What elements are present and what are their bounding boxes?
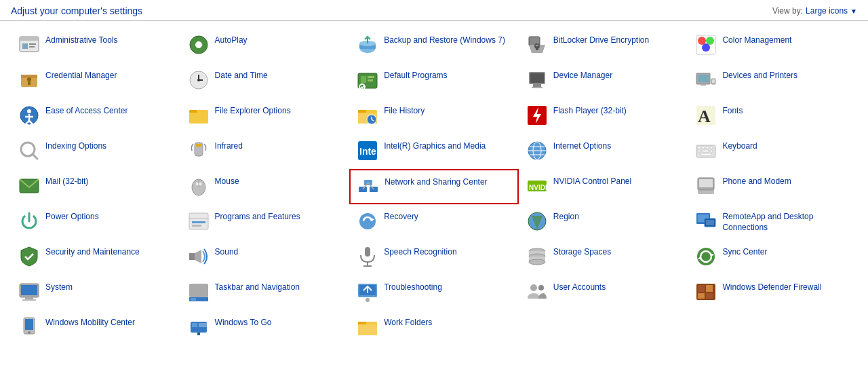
control-panel-item-device-manager[interactable]: Device Manager <box>519 63 688 98</box>
chevron-down-icon[interactable]: ▼ <box>850 7 857 15</box>
remoteapp-icon <box>695 210 717 232</box>
item-label-file-history: File History <box>384 105 425 117</box>
control-panel-item-date-time[interactable]: Date and Time <box>180 63 350 98</box>
control-panel-item-power-options[interactable]: Power Options <box>11 204 180 240</box>
item-label-indexing-options: Indexing Options <box>45 140 106 152</box>
control-panel-item-bitlocker[interactable]: BitLocker Drive Encryption <box>519 28 688 63</box>
devicemanager-icon <box>526 69 548 91</box>
control-panel-item-file-explorer-options[interactable]: File Explorer Options <box>180 98 350 134</box>
svg-rect-48 <box>189 110 197 113</box>
control-panel-item-ease-of-access[interactable]: Ease of Access Center <box>11 98 180 134</box>
svg-rect-75 <box>710 147 713 149</box>
control-panel-item-intel-graphics[interactable]: IntelIntel(R) Graphics and Media <box>349 134 519 169</box>
view-by-value[interactable]: Large icons <box>806 6 848 16</box>
control-panel-item-file-history[interactable]: File History <box>349 98 519 134</box>
control-panel-item-mail[interactable]: Mail (32-bit) <box>11 169 180 204</box>
svg-marker-110 <box>195 250 201 263</box>
control-panel-item-storage-spaces[interactable]: Storage Spaces <box>519 240 688 275</box>
control-panel-item-user-accounts[interactable]: User Accounts <box>519 275 688 310</box>
speech-icon <box>357 246 378 267</box>
page-title: Adjust your computer's settings <box>11 5 142 16</box>
control-panel-item-administrative-tools[interactable]: Administrative Tools <box>11 28 180 63</box>
programs-icon <box>188 210 210 232</box>
item-label-flash-player: Flash Player (32-bit) <box>553 105 627 117</box>
filehistory-icon <box>357 105 378 126</box>
control-panel-item-keyboard[interactable]: Keyboard <box>688 134 857 169</box>
svg-rect-137 <box>706 285 713 292</box>
control-panel-item-security-maintenance[interactable]: Security and Maintenance <box>11 240 180 275</box>
control-panel-item-windows-defender[interactable]: Windows Defender Firewall <box>688 275 857 310</box>
control-panel-item-sound[interactable]: Sound <box>180 240 350 275</box>
control-panel-item-internet-options[interactable]: Internet Options <box>519 134 688 169</box>
svg-rect-49 <box>189 113 208 124</box>
control-panel-item-devices-printers[interactable]: Devices and Printers <box>688 63 857 98</box>
control-panel-item-phone-modem[interactable]: Phone and Modem <box>688 169 857 204</box>
svg-rect-138 <box>698 293 705 299</box>
item-label-programs-features: Programs and Features <box>215 210 300 223</box>
svg-point-101 <box>359 213 376 229</box>
control-panel-item-taskbar-navigation[interactable]: Taskbar and Navigation <box>180 275 350 310</box>
control-panel-item-troubleshooting[interactable]: Troubleshooting <box>349 275 519 310</box>
nvidia-icon: NVIDIA <box>526 175 548 197</box>
svg-rect-63 <box>196 144 201 147</box>
workfolders-icon <box>357 316 378 338</box>
control-panel-item-default-programs[interactable]: Default Programs <box>349 63 519 98</box>
item-label-sync-center: Sync Center <box>722 246 767 258</box>
control-panel-item-indexing-options[interactable]: Indexing Options <box>11 134 180 169</box>
svg-rect-123 <box>21 285 37 295</box>
svg-rect-95 <box>698 190 714 194</box>
control-panel-item-system[interactable]: System <box>11 275 180 310</box>
control-panel-item-backup-restore[interactable]: Backup and Restore (Windows 7) <box>349 28 519 63</box>
control-panel-item-color-management[interactable]: Color Management <box>688 28 857 63</box>
control-panel-item-mouse[interactable]: Mouse <box>180 169 350 204</box>
item-label-network-sharing: Network and Sharing Center <box>384 176 487 188</box>
fonts-icon: A <box>695 105 717 126</box>
item-label-system: System <box>45 281 73 293</box>
svg-rect-94 <box>699 179 713 187</box>
troubleshoot-icon <box>357 281 378 303</box>
control-panel-item-region[interactable]: Region <box>519 204 688 240</box>
control-panel-item-remoteapp[interactable]: RemoteApp and Desktop Connections <box>688 204 857 240</box>
control-panel-item-flash-player[interactable]: Flash Player (32-bit) <box>519 98 688 134</box>
svg-rect-74 <box>706 147 709 149</box>
control-panel-item-windows-to-go[interactable]: Windows To Go <box>180 310 350 345</box>
item-label-mouse: Mouse <box>215 175 239 187</box>
power-icon <box>18 210 40 232</box>
control-panel-item-autoplay[interactable]: AutoPlay <box>180 28 350 63</box>
control-panel-item-speech-recognition[interactable]: Speech Recognition <box>349 240 519 275</box>
svg-point-142 <box>28 331 31 334</box>
sound-icon <box>188 246 210 267</box>
bitlocker-icon <box>526 34 548 56</box>
control-panel-item-sync-center[interactable]: Sync Center <box>688 240 857 275</box>
svg-rect-51 <box>358 110 366 113</box>
svg-rect-109 <box>189 253 195 260</box>
control-panel-item-fonts[interactable]: AFonts <box>688 98 857 134</box>
keyboard-icon <box>695 140 717 162</box>
item-label-ease-of-access: Ease of Access Center <box>45 105 127 117</box>
svg-rect-99 <box>192 221 205 223</box>
control-panel-content: Administrative ToolsAutoPlayBackup and R… <box>0 21 868 352</box>
control-panel-item-credential-manager[interactable]: Credential Manager <box>11 63 180 98</box>
control-panel-item-nvidia[interactable]: NVIDIANVIDIA Control Panel <box>519 169 688 204</box>
item-label-devices-printers: Devices and Printers <box>722 69 797 81</box>
control-panel-item-infrared[interactable]: Infrared <box>180 134 350 169</box>
control-panel-item-windows-mobility[interactable]: Windows Mobility Center <box>11 310 180 345</box>
svg-rect-141 <box>25 319 33 330</box>
svg-rect-83 <box>195 182 199 186</box>
svg-point-16 <box>698 37 706 45</box>
control-panel-item-recovery[interactable]: Recovery <box>349 204 519 240</box>
recovery-icon <box>357 210 378 232</box>
control-panel-item-programs-features[interactable]: Programs and Features <box>180 204 350 240</box>
svg-point-134 <box>538 285 544 290</box>
svg-rect-37 <box>698 75 709 82</box>
item-label-windows-defender: Windows Defender Firewall <box>722 281 821 293</box>
users-icon <box>526 281 548 303</box>
item-label-administrative-tools: Administrative Tools <box>45 34 118 46</box>
item-label-storage-spaces: Storage Spaces <box>553 246 611 258</box>
items-grid: Administrative ToolsAutoPlayBackup and R… <box>11 28 857 345</box>
control-panel-item-work-folders[interactable]: Work Folders <box>349 310 519 345</box>
svg-rect-76 <box>698 150 701 152</box>
fileexplorer-icon <box>188 105 210 126</box>
control-panel-item-network-sharing[interactable]: Network and Sharing Center <box>349 169 519 204</box>
item-label-date-time: Date and Time <box>215 69 268 81</box>
